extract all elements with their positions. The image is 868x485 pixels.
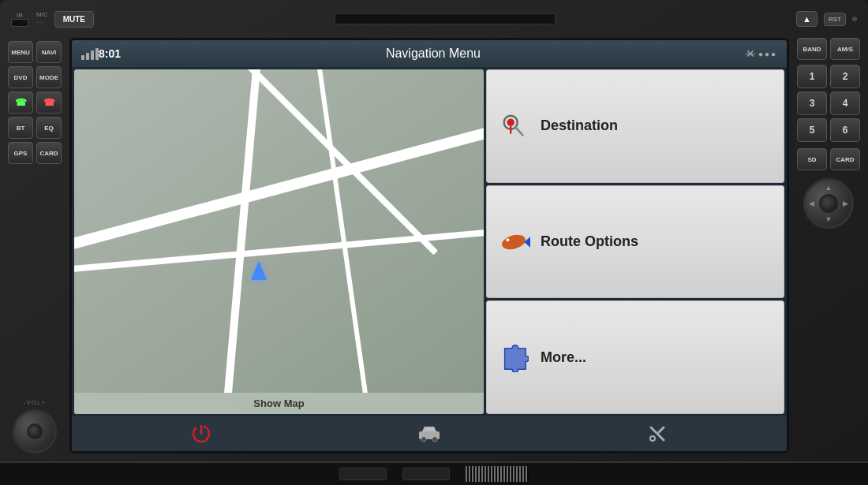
arrow-up-icon: ▲: [825, 184, 832, 192]
route-icon: [496, 225, 531, 259]
bottom-slot-2: [402, 468, 450, 480]
sd-button[interactable]: SD: [797, 148, 827, 170]
main-row: MENU NAVI DVD MODE ☎ ☎ BT EQ GPS CARD -V…: [0, 38, 868, 461]
route-options-label: Route Options: [541, 233, 638, 250]
cd-slot: [335, 13, 556, 24]
signal-bar-3: [91, 50, 94, 60]
num-6-button[interactable]: 6: [830, 118, 860, 142]
num-1-button[interactable]: 1: [797, 65, 827, 88]
mic-dots: ···: [36, 18, 48, 27]
eject-button[interactable]: ▲: [796, 11, 817, 27]
arrow-left-icon: ◀: [809, 200, 814, 207]
signal-bar-2: [86, 53, 89, 60]
top-right-controls: ▲ RST: [796, 11, 857, 27]
band-button[interactable]: BAND: [797, 38, 827, 60]
more-icon: [496, 340, 531, 375]
more-menu-item[interactable]: More...: [486, 300, 784, 414]
signal-bar-1: [81, 55, 84, 60]
ir-slot: [11, 19, 28, 27]
nav-knob[interactable]: ▲ ▼ ◀ ▶: [803, 178, 854, 229]
show-map-button[interactable]: Show Map: [74, 393, 484, 414]
dvd-button[interactable]: DVD: [8, 66, 33, 88]
map-canvas: [74, 69, 484, 393]
destination-label: Destination: [541, 118, 618, 134]
svg-point-4: [500, 232, 527, 252]
volume-knob[interactable]: [13, 409, 57, 453]
svg-point-14: [650, 436, 655, 441]
sd-card-row: SD CARD: [797, 148, 860, 170]
bottom-strip: [0, 461, 868, 485]
eq-button[interactable]: EQ: [36, 117, 62, 139]
barcode: [466, 466, 529, 482]
svg-point-6: [506, 238, 509, 241]
mic-label: MIC: [36, 11, 48, 18]
map-road: [202, 69, 438, 256]
svg-point-11: [432, 437, 437, 442]
num-4-button[interactable]: 4: [830, 91, 860, 115]
center-screen: 8:01 Navigation Menu ✕ ●●●: [69, 38, 789, 453]
route-options-menu-item[interactable]: Route Options: [486, 185, 784, 299]
ir-mic-area: IR MIC ···: [11, 11, 48, 27]
destination-menu-item[interactable]: Destination: [486, 69, 784, 183]
car-bottom-icon[interactable]: [417, 421, 442, 446]
antenna-icon: ✕: [746, 47, 755, 60]
ir-label: IR: [11, 12, 28, 19]
screen-display: 8:01 Navigation Menu ✕ ●●●: [72, 40, 787, 451]
map-road: [313, 69, 372, 393]
navi-button[interactable]: NAVI: [36, 41, 62, 63]
gps-button[interactable]: GPS: [8, 142, 33, 164]
more-label: More...: [541, 349, 586, 366]
vol-label: -VOL+: [24, 399, 46, 406]
screen-bottom-bar: [72, 416, 787, 451]
card-button-left[interactable]: CARD: [36, 142, 62, 164]
screen-body: Show Map: [72, 67, 787, 416]
knob-arrows: ▲ ▼ ◀ ▶: [806, 181, 851, 226]
top-left-controls: IR MIC ··· MUTE: [11, 11, 94, 28]
arrow-down-icon: ▼: [825, 215, 832, 223]
tools-bottom-icon[interactable]: [645, 421, 670, 446]
bt-button[interactable]: BT: [8, 117, 33, 139]
left-panel: MENU NAVI DVD MODE ☎ ☎ BT EQ GPS CARD -V…: [8, 38, 62, 453]
mode-button[interactable]: MODE: [36, 66, 62, 88]
num-3-button[interactable]: 3: [797, 91, 827, 115]
call-end-button[interactable]: ☎: [36, 91, 62, 114]
menu-button[interactable]: MENU: [8, 41, 33, 63]
destination-icon: [496, 109, 531, 144]
screen-time: 8:01: [99, 47, 121, 60]
head-unit: IR MIC ··· MUTE ▲ RST MENU NAVI: [0, 0, 868, 485]
num-5-button[interactable]: 5: [797, 118, 827, 142]
right-panel: BAND AM/S 1 2 3 4 5 6 SD CARD ▲ ▼: [797, 38, 860, 453]
svg-line-1: [515, 127, 523, 135]
call-start-button[interactable]: ☎: [8, 91, 33, 114]
map-area: Show Map: [74, 69, 484, 414]
svg-marker-5: [524, 237, 530, 247]
power-bottom-icon[interactable]: [189, 421, 214, 446]
svg-line-13: [659, 427, 664, 432]
svg-point-10: [421, 437, 426, 442]
am-s-button[interactable]: AM/S: [830, 38, 860, 60]
map-road: [221, 69, 263, 393]
arrow-right-icon: ▶: [843, 200, 848, 207]
signal-bars: [81, 48, 99, 60]
bottom-slot-1: [339, 468, 387, 480]
menu-area: Destination Route Opt: [486, 69, 784, 414]
screen-header: 8:01 Navigation Menu ✕ ●●●: [72, 40, 787, 67]
svg-point-2: [507, 118, 514, 126]
card-button-right[interactable]: CARD: [830, 148, 860, 170]
top-bar: IR MIC ··· MUTE ▲ RST: [0, 0, 868, 38]
mute-button[interactable]: MUTE: [54, 11, 94, 28]
navigation-arrow: [251, 261, 267, 280]
signal-icons: ✕ ●●●: [746, 47, 777, 60]
map-road: [74, 226, 484, 274]
rst-button[interactable]: RST: [824, 13, 846, 26]
knob-inner: [27, 423, 43, 439]
num-2-button[interactable]: 2: [830, 65, 860, 88]
number-grid: 1 2 3 4 5 6: [797, 65, 860, 142]
led-dot: [852, 17, 857, 21]
screen-title: Navigation Menu: [137, 47, 730, 61]
signal-dots: ●●●: [758, 50, 777, 58]
